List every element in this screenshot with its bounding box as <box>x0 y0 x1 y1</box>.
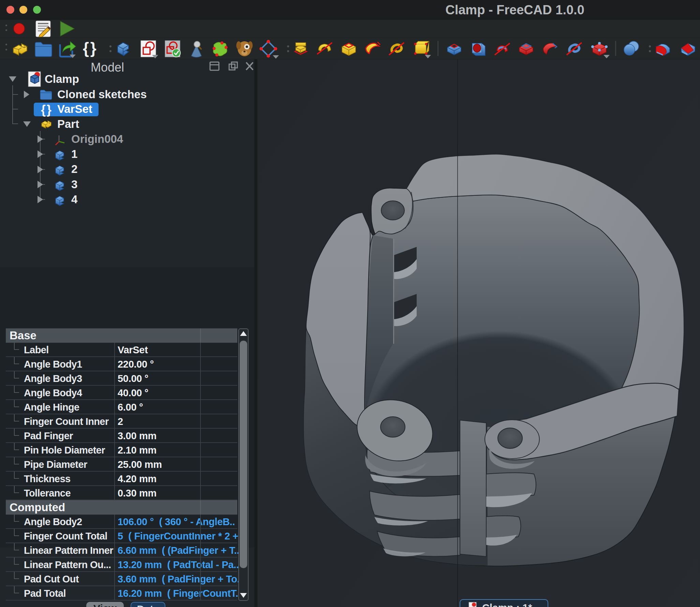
svg-text:{ }: { } <box>41 103 51 117</box>
svg-text:{ }: { } <box>83 39 96 57</box>
